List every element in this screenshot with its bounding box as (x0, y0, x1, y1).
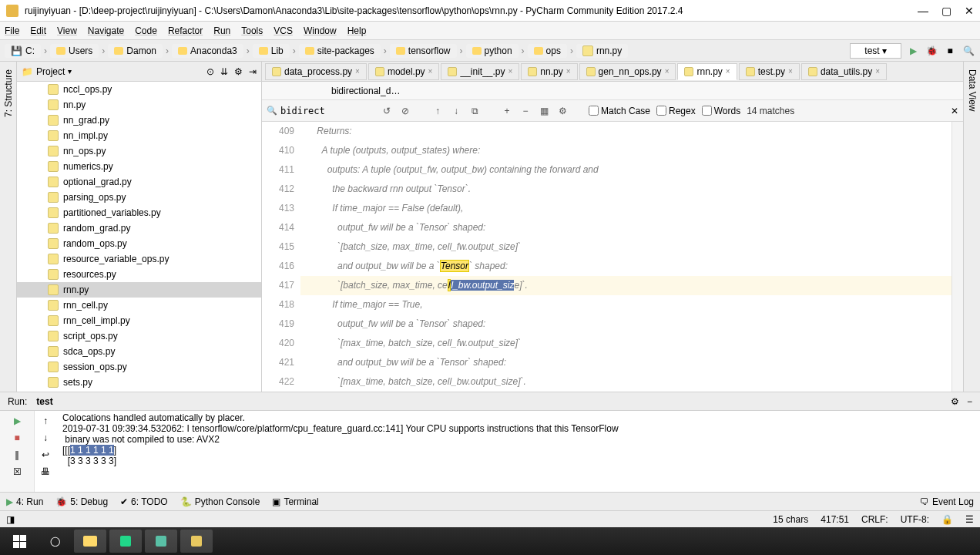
menu-refactor[interactable]: Refactor (168, 25, 203, 36)
lock-icon[interactable]: 🔒 (941, 514, 953, 525)
crumb-users[interactable]: Users (50, 44, 99, 58)
status-left-icon[interactable]: ◨ (6, 514, 15, 525)
regex-check[interactable]: Regex (656, 106, 696, 116)
status-more-icon[interactable]: ☰ (965, 514, 974, 525)
down-stack-icon[interactable]: ↓ (39, 431, 52, 445)
file-item[interactable]: parsing_ops.py (17, 190, 261, 205)
file-item[interactable]: nn.py (17, 97, 261, 113)
console-output[interactable]: Colocations handled automatically by pla… (56, 411, 980, 492)
code-line[interactable]: and output_bw will be a `Tensor` shaped: (300, 257, 951, 276)
crumb-tf[interactable]: tensorflow (390, 44, 457, 58)
code-line[interactable]: If time_major == False (default), (300, 199, 951, 218)
code-line[interactable]: output_fw will be a `Tensor` shaped: (300, 218, 951, 237)
run-gear-icon[interactable]: ⚙ (951, 396, 959, 407)
structure-tool-button[interactable]: 7: Structure (3, 69, 14, 117)
file-item[interactable]: rnn_cell.py (17, 298, 261, 313)
crumb-damon[interactable]: Damon (108, 44, 163, 58)
tab-close-icon[interactable]: × (665, 67, 670, 76)
file-item[interactable]: random_grad.py (17, 220, 261, 236)
file-item[interactable]: sets.py (17, 375, 261, 390)
file-item[interactable]: nn_grad.py (17, 113, 261, 128)
editor-tab[interactable]: gen_nn_ops.py× (579, 63, 676, 80)
add-selection-icon[interactable]: + (501, 105, 513, 117)
menu-tools[interactable]: Tools (241, 25, 263, 36)
start-button[interactable] (3, 530, 35, 553)
taskbar-search[interactable]: ◯ (39, 530, 71, 553)
file-item[interactable]: nn_ops.py (17, 143, 261, 159)
maximize-icon[interactable]: ▢ (941, 6, 951, 15)
editor-tab[interactable]: data_utils.py× (801, 63, 887, 80)
project-title[interactable]: 📁 Project ▾ (22, 66, 206, 77)
bottom-todo[interactable]: ✔6: TODO (120, 496, 168, 507)
editor-tab[interactable]: nn.py× (521, 63, 577, 80)
menu-window[interactable]: Window (304, 25, 337, 36)
run-hide-icon[interactable]: − (967, 396, 972, 407)
menu-vcs[interactable]: VCS (274, 25, 293, 36)
crumb-ops[interactable]: ops (528, 44, 567, 58)
bottom-run[interactable]: ▶4: Run (6, 496, 43, 507)
filter-icon[interactable]: ▦ (538, 105, 550, 117)
code-line[interactable]: the backward rnn output `Tensor`. (300, 180, 951, 199)
code-line[interactable]: `[max_time, batch_size, cell_fw.output_s… (300, 334, 951, 353)
menu-navigate[interactable]: Navigate (88, 25, 124, 36)
code-line[interactable]: Returns: (300, 122, 951, 141)
code-line[interactable]: output_fw will be a `Tensor` shaped: (300, 314, 951, 334)
file-item[interactable]: partitioned_variables.py (17, 205, 261, 220)
editor-tab[interactable]: model.py× (368, 63, 440, 80)
regex-checkbox[interactable] (656, 106, 666, 116)
print-icon[interactable]: 🖶 (39, 465, 52, 479)
editor-tab[interactable]: test.py× (739, 63, 800, 80)
stop-icon[interactable]: ■ (10, 431, 24, 445)
file-item[interactable]: random_ops.py (17, 236, 261, 251)
file-item[interactable]: script_ops.py (17, 328, 261, 344)
file-item[interactable]: resource_variable_ops.py (17, 251, 261, 267)
pause-icon[interactable]: ‖ (10, 448, 24, 462)
file-item[interactable]: numerics.py (17, 159, 261, 174)
code-line[interactable]: outputs: A tuple (output_fw, output_bw) … (300, 160, 951, 180)
hide-icon[interactable]: ⇥ (249, 66, 257, 77)
minimize-icon[interactable]: — (918, 6, 928, 15)
search-everywhere-icon[interactable]: 🔍 (962, 44, 975, 58)
editor-tab[interactable]: data_process.py× (265, 63, 367, 80)
bottom-eventlog[interactable]: 🗨Event Log (920, 496, 974, 507)
crumb-sitepkg[interactable]: site-packages (299, 44, 381, 58)
locate-icon[interactable]: ⊙ (206, 66, 214, 77)
file-item[interactable]: nccl_ops.py (17, 82, 261, 97)
crumb-drive[interactable]: 💾 C: (5, 44, 41, 58)
code-body[interactable]: Returns: A tuple (outputs, output_states… (300, 122, 951, 392)
editor-tab[interactable]: rnn.py× (677, 63, 737, 80)
find-close-icon[interactable]: ✕ (951, 106, 958, 116)
match-case-check[interactable]: Match Case (589, 106, 650, 116)
menu-code[interactable]: Code (135, 25, 157, 36)
rerun-icon[interactable]: ▶ (10, 414, 24, 428)
status-enc[interactable]: UTF-8: (901, 514, 929, 525)
up-stack-icon[interactable]: ↑ (39, 414, 52, 428)
exit-icon[interactable]: ☒ (10, 465, 24, 479)
run-config-select[interactable]: test ▾ (850, 43, 901, 59)
code-line[interactable]: `[batch_size, max_time, cell_bw.output_s… (300, 276, 951, 295)
match-case-checkbox[interactable] (589, 106, 599, 116)
clear-icon[interactable]: ⊘ (399, 105, 411, 117)
words-checkbox[interactable] (702, 106, 712, 116)
taskbar-app4[interactable] (180, 530, 213, 553)
menu-file[interactable]: File (5, 25, 19, 36)
status-eol[interactable]: CRLF: (861, 514, 888, 525)
prev-match-icon[interactable]: ↑ (431, 105, 444, 117)
crumb-file[interactable]: rnn.py (576, 44, 628, 58)
menu-help[interactable]: Help (347, 25, 367, 36)
taskbar-app3[interactable] (145, 530, 177, 553)
crumb-python[interactable]: python (466, 44, 519, 58)
dataview-tool-button[interactable]: Data View (967, 69, 978, 111)
code-line[interactable]: and output_bw will be a `Tensor` shaped: (300, 353, 951, 372)
file-item[interactable]: rnn.py (17, 282, 261, 298)
crumb-anaconda[interactable]: Anaconda3 (172, 44, 243, 58)
tab-close-icon[interactable]: × (508, 67, 513, 76)
file-item[interactable]: resources.py (17, 267, 261, 282)
bottom-pyconsole[interactable]: 🐍Python Console (180, 496, 260, 507)
tab-close-icon[interactable]: × (726, 67, 730, 76)
code-line[interactable]: `[max_time, batch_size, cell_bw.output_s… (300, 372, 951, 392)
tab-close-icon[interactable]: × (875, 67, 880, 76)
file-item[interactable]: optional_grad.py (17, 174, 261, 190)
next-match-icon[interactable]: ↓ (450, 105, 462, 117)
taskbar-pycharm[interactable] (109, 530, 142, 553)
